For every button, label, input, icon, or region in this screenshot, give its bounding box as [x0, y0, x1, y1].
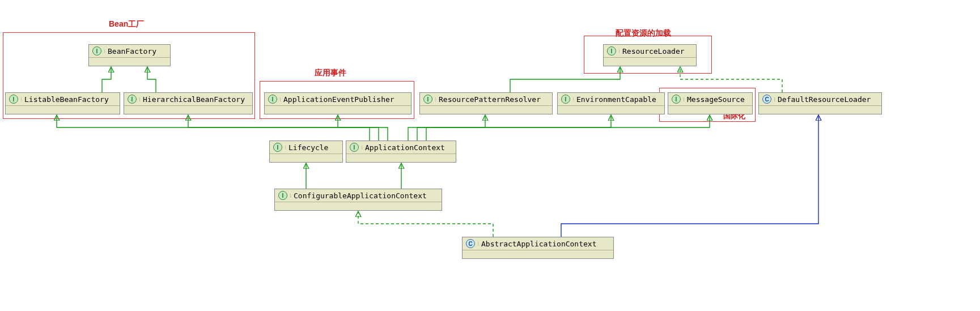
node-label: BeanFactory [108, 47, 156, 56]
node-application-context[interactable]: I ⁝ ApplicationContext [346, 140, 456, 163]
interface-icon: I [423, 95, 432, 104]
node-label: ConfigurableApplicationContext [294, 191, 427, 200]
stereotype-mark: ⁝ [683, 96, 685, 103]
interface-icon: I [128, 95, 137, 104]
node-label: ApplicationEventPublisher [283, 95, 394, 104]
interface-icon: I [672, 95, 681, 104]
node-label: MessageSource [687, 95, 745, 104]
stereotype-mark: ⁝ [290, 193, 291, 199]
node-resource-pattern-resolver[interactable]: I ⁝ ResourcePatternResolver [419, 92, 553, 114]
node-default-resource-loader[interactable]: C ⁝ DefaultResourceLoader [758, 92, 882, 114]
stereotype-mark: ⁝ [477, 241, 479, 247]
interface-icon: I [278, 191, 287, 200]
node-label: Lifecycle [289, 143, 328, 152]
node-resource-loader[interactable]: I ⁝ ResourceLoader [603, 44, 697, 66]
stereotype-mark: ⁝ [774, 96, 775, 103]
stereotype-mark: ⁝ [572, 96, 574, 103]
node-environment-capable[interactable]: I ⁝ EnvironmentCapable [557, 92, 665, 114]
node-label: ResourcePatternResolver [439, 95, 541, 104]
interface-icon: I [561, 95, 570, 104]
class-icon: C [466, 239, 475, 248]
node-hierarchical-bean-factory[interactable]: I ⁝ HierarchicalBeanFactory [124, 92, 253, 114]
node-configurable-application-context[interactable]: I ⁝ ConfigurableApplicationContext [274, 189, 442, 211]
interface-icon: I [350, 143, 359, 152]
stereotype-mark: ⁝ [104, 48, 105, 54]
stereotype-mark: ⁝ [285, 144, 286, 151]
node-label: ResourceLoader [622, 47, 685, 56]
interface-icon: I [273, 143, 282, 152]
node-listable-bean-factory[interactable]: I ⁝ ListableBeanFactory [5, 92, 120, 114]
stereotype-mark: ⁝ [20, 96, 22, 103]
node-label: EnvironmentCapable [576, 95, 656, 104]
node-label: ListableBeanFactory [24, 95, 109, 104]
interface-icon: I [92, 46, 101, 56]
node-lifecycle[interactable]: I ⁝ Lifecycle [269, 140, 343, 163]
group-bean-factory-label: Bean工厂 [109, 19, 144, 29]
stereotype-mark: ⁝ [618, 48, 620, 54]
group-resource-label: 配置资源的加载 [616, 28, 671, 39]
node-bean-factory[interactable]: I ⁝ BeanFactory [88, 44, 171, 66]
class-icon: C [762, 95, 771, 104]
stereotype-mark: ⁝ [139, 96, 141, 103]
node-abstract-application-context[interactable]: C ⁝ AbstractApplicationContext [462, 237, 614, 259]
group-event-label: 应用事件 [315, 68, 346, 78]
interface-icon: I [9, 95, 18, 104]
node-label: DefaultResourceLoader [778, 95, 871, 104]
stereotype-mark: ⁝ [361, 144, 363, 151]
node-label: ApplicationContext [365, 143, 445, 152]
stereotype-mark: ⁝ [435, 96, 436, 103]
stereotype-mark: ⁝ [279, 96, 281, 103]
interface-icon: I [607, 46, 616, 56]
node-label: AbstractApplicationContext [481, 240, 597, 248]
node-message-source[interactable]: I ⁝ MessageSource [668, 92, 753, 114]
node-application-event-publisher[interactable]: I ⁝ ApplicationEventPublisher [264, 92, 411, 114]
interface-icon: I [268, 95, 277, 104]
node-label: HierarchicalBeanFactory [143, 95, 245, 104]
